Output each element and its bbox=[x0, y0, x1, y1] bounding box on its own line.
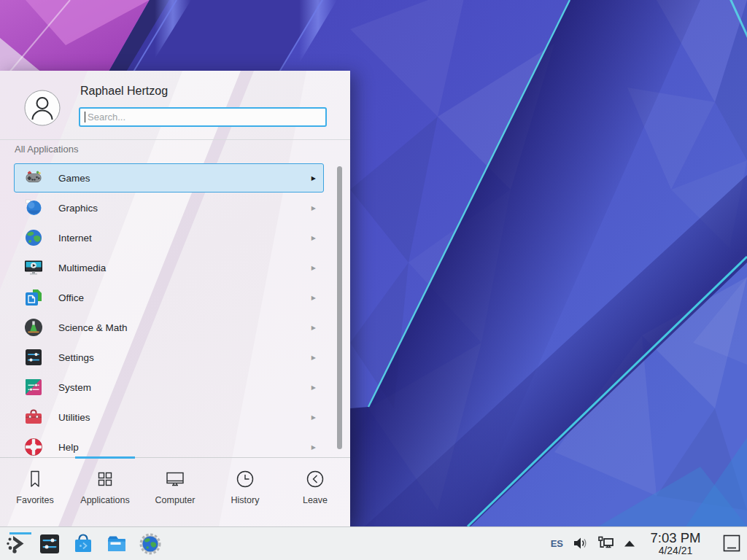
taskbar-launchers bbox=[0, 527, 162, 560]
tab-history[interactable]: History bbox=[210, 458, 280, 526]
menu-item-label: Settings bbox=[58, 352, 311, 363]
user-name: Raphael Hertzog bbox=[80, 85, 168, 98]
menu-item-label: Graphics bbox=[58, 203, 311, 214]
internet-icon bbox=[24, 228, 43, 247]
submenu-arrow-icon: ▶ bbox=[311, 205, 316, 211]
menu-item-internet[interactable]: Internet▶ bbox=[14, 223, 324, 252]
science-icon bbox=[24, 318, 43, 337]
application-launcher-popup: Raphael Hertzog All Applications Games▶G… bbox=[0, 71, 350, 526]
text-caret bbox=[85, 112, 85, 122]
submenu-arrow-icon: ▶ bbox=[311, 175, 316, 182]
history-tab-icon bbox=[234, 468, 256, 490]
help-icon bbox=[24, 438, 43, 456]
discover-icon bbox=[71, 532, 95, 556]
clock-time: 7:03 PM bbox=[645, 531, 706, 545]
file-manager-button[interactable] bbox=[105, 532, 128, 556]
graphics-icon bbox=[24, 198, 43, 217]
menu-item-label: Help bbox=[58, 442, 311, 453]
multimedia-icon bbox=[24, 258, 43, 277]
settings-icon bbox=[24, 348, 43, 367]
tab-label: History bbox=[231, 495, 260, 505]
browser-icon bbox=[139, 532, 162, 556]
clock-date: 4/24/21 bbox=[645, 545, 706, 556]
list-scrollbar[interactable] bbox=[337, 166, 342, 449]
submenu-arrow-icon: ▶ bbox=[311, 265, 316, 271]
applications-tab-icon bbox=[94, 468, 116, 490]
menu-item-help[interactable]: Help▶ bbox=[14, 432, 324, 457]
favorites-tab-icon bbox=[24, 468, 46, 490]
system-icon bbox=[24, 378, 43, 397]
system-tray: ES 7:03 PM 4/24/21 bbox=[551, 531, 747, 556]
system-settings-button[interactable] bbox=[38, 532, 61, 556]
submenu-arrow-icon: ▶ bbox=[311, 444, 316, 451]
menu-item-label: Multimedia bbox=[58, 262, 311, 273]
submenu-arrow-icon: ▶ bbox=[311, 354, 316, 361]
launcher-header: Raphael Hertzog bbox=[0, 71, 350, 140]
app-category-list: Games▶Graphics▶Internet▶Multimedia▶Offic… bbox=[0, 158, 350, 457]
office-icon bbox=[24, 288, 43, 307]
tab-label: Leave bbox=[303, 495, 328, 505]
discover-button[interactable] bbox=[71, 532, 95, 556]
digital-clock[interactable]: 7:03 PM 4/24/21 bbox=[645, 531, 706, 556]
menu-item-label: Utilities bbox=[58, 412, 311, 423]
user-avatar[interactable] bbox=[24, 90, 61, 126]
folder-icon bbox=[105, 532, 128, 556]
menu-item-graphics[interactable]: Graphics▶ bbox=[14, 193, 324, 222]
menu-item-utilities[interactable]: Utilities▶ bbox=[14, 402, 324, 432]
menu-item-science-math[interactable]: Science & Math▶ bbox=[14, 313, 324, 342]
submenu-arrow-icon: ▶ bbox=[311, 295, 316, 301]
launcher-tabbar: FavoritesApplicationsComputerHistoryLeav… bbox=[0, 457, 350, 526]
tab-label: Applications bbox=[80, 495, 129, 505]
menu-item-office[interactable]: Office▶ bbox=[14, 283, 324, 312]
submenu-arrow-icon: ▶ bbox=[311, 324, 316, 331]
menu-item-label: Office bbox=[58, 292, 311, 303]
show-desktop-icon bbox=[721, 533, 742, 553]
kickoff-icon bbox=[4, 532, 28, 556]
search-input[interactable] bbox=[79, 107, 327, 127]
menu-item-label: Internet bbox=[58, 233, 311, 244]
web-browser-button[interactable] bbox=[139, 532, 162, 556]
leave-tab-icon bbox=[304, 468, 326, 490]
utilities-icon bbox=[24, 408, 43, 427]
expand-tray-icon[interactable] bbox=[623, 539, 636, 548]
tab-leave[interactable]: Leave bbox=[280, 458, 350, 526]
app-launcher-button[interactable] bbox=[4, 532, 28, 556]
menu-item-label: System bbox=[58, 382, 311, 393]
active-task-indicator bbox=[9, 532, 31, 534]
menu-item-label: Science & Math bbox=[58, 322, 311, 333]
taskbar-panel: ES 7:03 PM 4/24/21 bbox=[0, 526, 747, 560]
show-desktop-button[interactable] bbox=[721, 532, 743, 554]
submenu-arrow-icon: ▶ bbox=[311, 414, 316, 421]
menu-item-multimedia[interactable]: Multimedia▶ bbox=[14, 253, 324, 282]
submenu-arrow-icon: ▶ bbox=[311, 235, 316, 241]
menu-item-system[interactable]: System▶ bbox=[14, 373, 324, 402]
tab-label: Favorites bbox=[16, 495, 53, 505]
tab-label: Computer bbox=[155, 495, 196, 505]
network-icon[interactable] bbox=[597, 534, 614, 552]
keyboard-layout-indicator[interactable]: ES bbox=[551, 538, 563, 549]
volume-icon[interactable] bbox=[572, 535, 588, 551]
tab-favorites[interactable]: Favorites bbox=[0, 458, 70, 526]
tab-applications[interactable]: Applications bbox=[70, 458, 140, 526]
menu-item-label: Games bbox=[58, 173, 311, 184]
computer-tab-icon bbox=[164, 468, 186, 490]
tab-computer[interactable]: Computer bbox=[140, 458, 210, 526]
systemsettings-icon bbox=[38, 532, 61, 556]
submenu-arrow-icon: ▶ bbox=[311, 384, 316, 391]
menu-item-settings[interactable]: Settings▶ bbox=[14, 343, 324, 372]
menu-item-games[interactable]: Games▶ bbox=[14, 163, 324, 192]
games-icon bbox=[24, 168, 43, 187]
section-label: All Applications bbox=[15, 144, 78, 155]
